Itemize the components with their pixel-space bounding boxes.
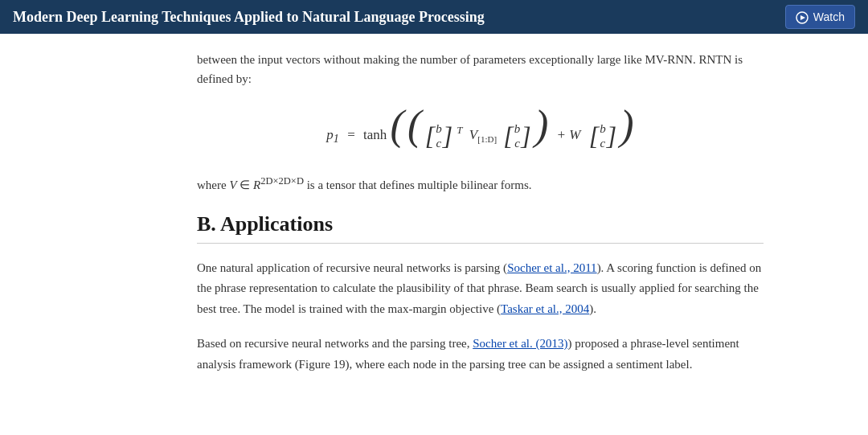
para2-text-before: Based on recursive neural networks and t…: [197, 337, 473, 350]
formula-V: V[1:D]: [469, 127, 500, 142]
formula-lhs: p1: [326, 127, 342, 142]
formula-plus-W: + W: [557, 127, 581, 142]
paragraph-1: One natural application of recursive neu…: [197, 258, 764, 320]
where-text-suffix: is a tensor that defines multiple biline…: [304, 179, 532, 191]
formula-equals: =: [347, 127, 358, 142]
link-socher-2013[interactable]: Socher et al. (2013): [473, 337, 567, 350]
formula-matrix1: [ b c ]: [425, 121, 452, 150]
formula-outer-open: (: [391, 102, 404, 148]
page-title: Modern Deep Learning Techniques Applied …: [13, 1, 785, 34]
link-socher-2011[interactable]: Socher et al., 2011: [507, 261, 597, 274]
formula-outer-close: ): [620, 102, 633, 148]
formula-matrix2: [ b c ]: [503, 121, 530, 150]
formula-sup-T: T: [457, 124, 462, 136]
formula-outer-close2: ): [534, 102, 548, 148]
page-header: Modern Deep Learning Techniques Applied …: [0, 0, 868, 34]
watch-label: Watch: [813, 10, 845, 23]
intro-paragraph: between the input vectors without making…: [197, 50, 764, 88]
formula-matrix3: [ b c ]: [589, 121, 616, 150]
section-b-heading: B. Applications: [197, 212, 764, 244]
watch-icon: [796, 10, 809, 23]
where-text-prefix: where V ∈ R: [197, 179, 260, 191]
formula-block: p1 = tanh ( ( [ b c ] T V[1:D]: [197, 108, 764, 150]
formula-tanh: tanh: [363, 127, 387, 142]
formula-outer-open2: (: [407, 102, 421, 148]
para1-text-after2: ).: [589, 302, 596, 315]
paragraph-2: Based on recursive neural networks and t…: [197, 334, 764, 375]
svg-marker-1: [800, 15, 805, 20]
link-taskar-2004[interactable]: Taskar et al., 2004: [501, 302, 589, 315]
where-paragraph: where V ∈ R2D×2D×D is a tensor that defi…: [197, 173, 764, 196]
para1-text-before: One natural application of recursive neu…: [197, 261, 507, 274]
watch-button[interactable]: Watch: [785, 5, 855, 28]
main-content: between the input vectors without making…: [72, 34, 796, 413]
where-superscript: 2D×2D×D: [260, 175, 304, 187]
